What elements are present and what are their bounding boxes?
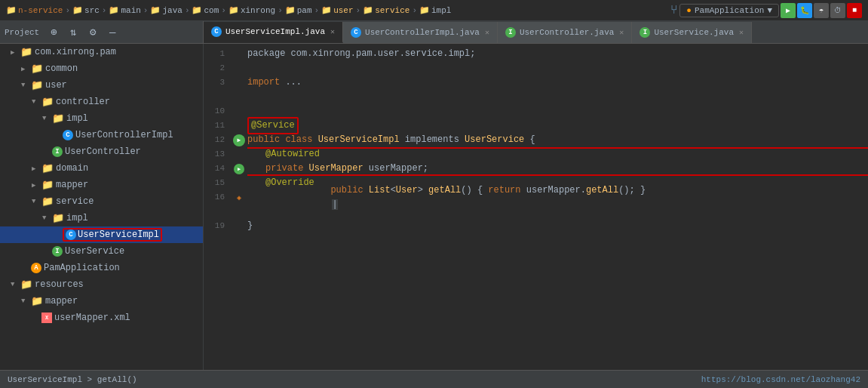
interface-icon: I — [505, 27, 516, 38]
sidebar-item-pamapplication[interactable]: ▶ A PamApplication — [0, 260, 203, 276]
item-label: UserServiceImpl — [78, 229, 159, 240]
run-button[interactable]: ▶ — [781, 3, 796, 18]
breadcrumb-com[interactable]: com — [204, 6, 219, 15]
item-label: userMapper.xml — [54, 313, 130, 323]
code-line-11: @Service — [247, 119, 868, 133]
folder-icon: 📁 — [41, 196, 54, 208]
run-gutter-btn-2[interactable]: ▶ — [234, 164, 244, 174]
settings-button[interactable]: ⚙ — [84, 24, 101, 41]
bookmark-icon[interactable]: ◈ — [234, 192, 244, 203]
breadcrumb-impl[interactable]: impl — [431, 6, 451, 15]
interface-icon: I — [52, 146, 63, 157]
class-icon: C — [63, 130, 73, 140]
breadcrumb-folder-xinrong-icon: 📁 — [229, 5, 239, 15]
tab-userservice[interactable]: I UserService.java ✕ — [632, 22, 752, 43]
item-label: impl — [66, 113, 88, 124]
tab-close-icon[interactable]: ✕ — [739, 28, 744, 37]
folder-icon: 📁 — [20, 279, 32, 291]
sidebar-item-userserviceimpl[interactable]: ▶ C UserServiceImpl — [0, 226, 203, 243]
stop-button[interactable]: ■ — [847, 3, 862, 18]
debug-button[interactable]: 🐛 — [797, 3, 812, 18]
service-annotation-box: @Service — [247, 117, 299, 134]
tab-usercontroller[interactable]: I UserController.java ✕ — [498, 22, 632, 43]
breadcrumb-service[interactable]: service — [375, 6, 409, 15]
sort-button[interactable]: ⇅ — [65, 24, 81, 41]
code-line-1: package com.xinrong.pam.user.service.imp… — [247, 47, 868, 61]
sidebar-item-controller-impl[interactable]: ▼ 📁 impl — [0, 110, 203, 127]
item-label: resources — [35, 279, 84, 290]
sidebar-item-service[interactable]: ▼ 📁 service — [0, 193, 203, 210]
breadcrumb-folder-src-icon: 📁 — [72, 5, 83, 15]
sidebar-item-usermapper-xml[interactable]: ▶ X userMapper.xml — [0, 309, 203, 326]
tab-label: UserController.java — [520, 28, 614, 37]
selected-item-box: C UserServiceImpl — [63, 228, 162, 242]
sidebar-item-common[interactable]: ▶ 📁 common — [0, 60, 203, 77]
arrow-icon: ▼ — [11, 281, 18, 288]
arrow-icon: ▼ — [42, 115, 50, 122]
item-label: UserController — [65, 146, 141, 157]
breadcrumb-java[interactable]: java — [162, 6, 182, 15]
tab-usercontrollerimpl[interactable]: C UserControllerImpl.java ✕ — [343, 22, 498, 43]
item-label: user — [45, 80, 67, 91]
breadcrumb-nservice[interactable]: n-service — [18, 6, 63, 15]
sidebar-item-user[interactable]: ▼ 📁 user — [0, 77, 203, 94]
item-label: mapper — [45, 296, 78, 306]
arrow-icon: ▼ — [32, 198, 39, 205]
item-label: domain — [56, 163, 88, 174]
breadcrumb-xinrong[interactable]: xinrong — [241, 6, 275, 15]
sidebar-item-com-xinrong-pam[interactable]: ▶ 📁 com.xinrong.pam — [0, 44, 203, 60]
add-button[interactable]: ⊕ — [45, 24, 62, 41]
code-line-10 — [247, 104, 868, 119]
sidebar-item-controller[interactable]: ▼ 📁 controller — [0, 94, 203, 110]
gutter-area: ▶ ▶ ◈ — [231, 47, 247, 367]
vcs-icon[interactable]: ⑂ — [670, 4, 678, 17]
breadcrumb-user[interactable]: user — [333, 6, 353, 15]
sidebar-item-domain[interactable]: ▶ 📁 domain — [0, 160, 203, 177]
coverage-button[interactable]: ☂ — [814, 3, 829, 18]
sidebar-item-userservice[interactable]: ▶ I UserService — [0, 243, 203, 260]
breadcrumb-folder-java-icon: 📁 — [150, 5, 161, 15]
breadcrumb-main[interactable]: main — [121, 6, 140, 15]
profile-button[interactable]: ⏱ — [830, 3, 845, 18]
arrow-icon: ▼ — [42, 214, 50, 222]
sidebar-item-usercontroller[interactable]: ▶ I UserController — [0, 143, 203, 160]
tab-close-icon[interactable]: ✕ — [619, 28, 624, 37]
item-label: common — [45, 63, 78, 74]
collapse-button[interactable]: — — [104, 24, 121, 41]
tab-label: UserService.java — [654, 28, 734, 37]
folder-icon: 📁 — [31, 79, 43, 91]
sidebar-item-mapper[interactable]: ▶ 📁 mapper — [0, 177, 203, 193]
breadcrumb-pam[interactable]: pam — [297, 6, 312, 15]
sidebar-item-resources-mapper[interactable]: ▼ 📁 mapper — [0, 293, 203, 309]
breadcrumb-src[interactable]: src — [84, 6, 100, 15]
code-line-12: public class UserServiceImpl implements … — [247, 133, 868, 147]
sidebar-item-usercontrollerimpl[interactable]: ▶ C UserControllerImpl — [0, 127, 203, 143]
item-label: impl — [66, 213, 88, 223]
tab-close-icon[interactable]: ✕ — [330, 27, 335, 36]
tab-close-icon[interactable]: ✕ — [485, 28, 489, 37]
sidebar-item-service-impl[interactable]: ▼ 📁 impl — [0, 210, 203, 226]
breadcrumb-folder-icon: 📁 — [6, 5, 17, 15]
code-line-19: } — [247, 219, 868, 233]
tab-userserviceimpl[interactable]: C UserServiceImpl.java ✕ — [204, 22, 343, 43]
sidebar-item-resources[interactable]: ▼ 📁 resources — [0, 276, 203, 293]
code-editor: 1 2 3 . 10 11 12 13 14 15 16 . 19 — [204, 44, 868, 370]
xml-icon: X — [41, 313, 52, 323]
run-config-arrow: ▼ — [767, 6, 772, 15]
status-bar: UserServiceImpl > getAll() https://blog.… — [0, 370, 868, 388]
status-breadcrumb: UserServiceImpl > getAll() — [8, 375, 137, 384]
breadcrumb-bar: 📁 n-service › 📁 src › 📁 main › 📁 java › … — [0, 0, 868, 21]
item-label: UserService — [65, 246, 124, 257]
code-line-16: public List<User> getAll() { return user… — [247, 190, 868, 205]
item-label: service — [56, 196, 94, 207]
folder-icon: 📁 — [20, 46, 32, 58]
run-gutter-btn[interactable]: ▶ — [233, 134, 245, 146]
arrow-icon: ▶ — [21, 65, 29, 73]
code-line-gap2 — [247, 205, 868, 219]
folder-icon: 📁 — [31, 63, 43, 75]
run-config-selector[interactable]: ● PamApplication ▼ — [679, 4, 779, 17]
folder-icon: 📁 — [52, 112, 64, 125]
breadcrumb-folder-com-icon: 📁 — [192, 5, 202, 15]
status-url[interactable]: https://blog.csdn.net/laozhang42 — [701, 375, 860, 384]
line-numbers: 1 2 3 . 10 11 12 13 14 15 16 . 19 — [204, 47, 231, 367]
